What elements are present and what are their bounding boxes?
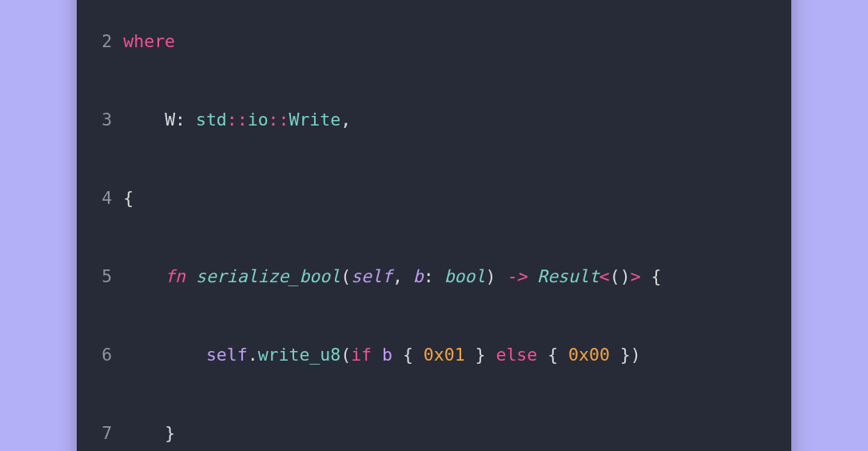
code-line: 3 W: std::io::Write, — [98, 107, 770, 134]
code-content: { — [123, 186, 133, 212]
code-line: 5 fn serialize_bool(self, b: bool) -> Re… — [98, 264, 770, 290]
code-content: W: std::io::Write, — [123, 107, 351, 134]
code-content: where — [123, 29, 175, 55]
line-number: 6 — [98, 342, 112, 369]
code-block: 1 impl<'a, W> ser::Serializer for &'a mu… — [98, 0, 770, 451]
line-number: 2 — [98, 29, 112, 55]
line-number: 3 — [98, 107, 112, 134]
line-number: 7 — [98, 421, 112, 447]
code-content: self.write_u8(if b { 0x01 } else { 0x00 … — [123, 342, 640, 369]
code-content: fn serialize_bool(self, b: bool) -> Resu… — [123, 264, 661, 290]
line-number: 4 — [98, 186, 112, 212]
code-window: 1 impl<'a, W> ser::Serializer for &'a mu… — [77, 0, 791, 451]
code-line: 7 } — [98, 421, 770, 447]
code-content: } — [123, 421, 175, 447]
code-line: 2 where — [98, 29, 770, 55]
code-line: 6 self.write_u8(if b { 0x01 } else { 0x0… — [98, 342, 770, 369]
code-line: 4 { — [98, 186, 770, 212]
line-number: 5 — [98, 264, 112, 290]
